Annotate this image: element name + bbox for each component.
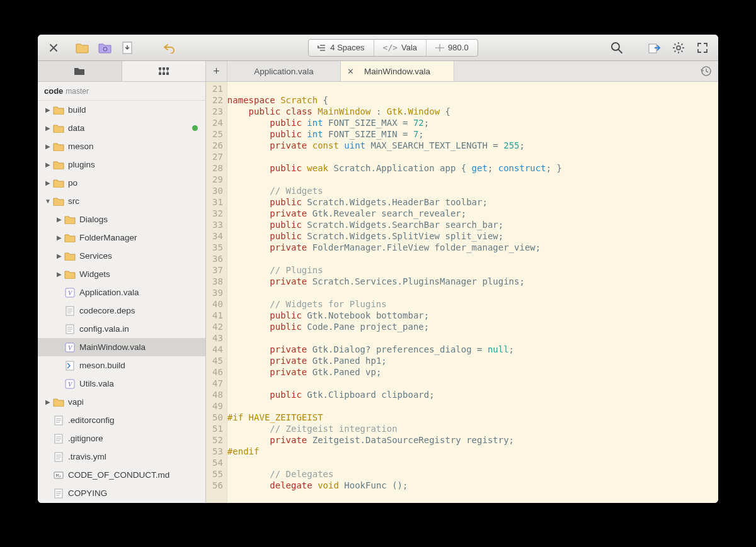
disclosure-triangle[interactable]: ▶ [43,161,53,168]
code-line: // Plugins [227,264,718,276]
file-row[interactable]: .gitignore [38,429,205,448]
folder-row[interactable]: ▶meson [38,137,205,155]
project-settings-button[interactable] [94,38,116,57]
project-header[interactable]: code master [38,82,205,101]
file-row[interactable]: config.vala.in [38,320,205,338]
svg-rect-9 [163,72,165,75]
tree-item-label: .gitignore [68,434,200,443]
search-button[interactable] [606,38,627,57]
file-row[interactable]: .travis.yml [38,448,205,466]
folder-row[interactable]: ▶Widgets [38,265,205,283]
line-number: 28 [212,162,223,174]
disclosure-triangle[interactable]: ▶ [54,252,64,259]
status-pills: 4 Spaces </> Vala 980.0 [308,39,478,57]
disclosure-triangle[interactable]: ▶ [54,216,64,223]
folder-row[interactable]: ▶Dialogs [38,210,205,228]
close-tab-icon[interactable]: ✕ [347,67,354,76]
folder-icon [53,142,64,152]
file-row[interactable]: COPYING [38,484,205,502]
tree-item-label: build [68,105,200,115]
disclosure-triangle[interactable]: ▶ [43,179,53,186]
code-line: public Gtk.Notebook bottombar; [227,310,718,321]
language-selector[interactable]: </> Vala [374,40,427,56]
undo-button[interactable] [159,38,180,57]
modified-indicator [192,125,198,131]
code-line: // Delegates [227,468,718,480]
file-row[interactable]: M↓CODE_OF_CONDUCT.md [38,466,205,484]
new-tab-button[interactable]: + [206,61,227,81]
line-gutter: 2122232425262728293031323334353637383940… [206,82,227,503]
open-folder-button[interactable] [72,38,93,57]
code-content[interactable]: namespace Scratch { public class MainWin… [227,82,718,503]
code-line: private Gtk.Paned hp1; [227,355,718,366]
folder-icon [53,160,64,170]
editor-window: 4 Spaces </> Vala 980.0 [38,35,718,503]
folder-row[interactable]: ▼src [38,192,205,210]
code-line: public Code.Pane project_pane; [227,321,718,332]
code-line: public Scratch.Widgets.SearchBar search_… [227,219,718,230]
width-indicator[interactable]: 980.0 [427,40,478,56]
share-button[interactable] [644,38,665,57]
vala-icon: V [64,288,76,298]
disclosure-triangle[interactable]: ▶ [43,125,53,132]
disclosure-triangle[interactable]: ▶ [54,234,64,241]
folder-row[interactable]: ▶build [38,101,205,119]
line-number: 39 [212,287,223,298]
folder-row[interactable]: ▶po [38,174,205,192]
disclosure-triangle[interactable]: ▶ [54,271,64,278]
folder-row[interactable]: ▶plugins [38,155,205,174]
line-number: 44 [212,344,223,355]
file-row[interactable]: VUtils.vala [38,375,205,393]
disclosure-triangle[interactable]: ▶ [43,106,53,113]
symbols-tab[interactable] [122,61,206,81]
file-row[interactable]: .editorconfig [38,411,205,429]
files-tab[interactable] [38,61,122,81]
tree-item-label: Application.vala [79,288,200,297]
line-number: 51 [212,423,223,434]
tree-item-label: meson.build [79,361,200,370]
close-button[interactable] [43,38,64,57]
indent-label: 4 Spaces [330,43,364,52]
sidebar-tabs [38,61,205,82]
disclosure-triangle[interactable]: ▼ [43,198,53,205]
code-line: #if HAVE_ZEITGEIST [227,412,718,423]
folder-row[interactable]: ▶vapi [38,393,205,411]
file-tab[interactable]: ✕MainWindow.vala [341,61,454,81]
line-number: 32 [212,208,223,219]
settings-button[interactable] [668,38,689,57]
md-icon: M↓ [53,470,64,480]
file-row[interactable]: VApplication.vala [38,283,205,302]
disclosure-triangle[interactable]: ▶ [43,143,53,150]
tree-item-label: COPYING [68,488,200,498]
svg-rect-10 [166,72,169,75]
code-line: private Gtk.Paned vp; [227,366,718,378]
line-number: 42 [212,321,223,332]
disclosure-triangle[interactable]: ▶ [43,398,53,405]
tab-label: MainWindow.vala [364,67,430,76]
file-tree[interactable]: ▶build▶data▶meson▶plugins▶po▼src▶Dialogs… [38,101,205,503]
width-label: 980.0 [448,43,469,52]
history-button[interactable] [693,61,718,81]
folder-icon [64,233,76,243]
code-line: delegate void HookFunc (); [227,480,718,491]
indent-selector[interactable]: 4 Spaces [309,40,374,56]
file-row[interactable]: meson.build [38,356,205,375]
line-number: 50 [212,412,223,423]
line-number: 53 [212,446,223,457]
save-button[interactable] [117,38,139,57]
folder-row[interactable]: ▶data [38,119,205,137]
file-tab[interactable]: Application.vala [227,61,341,81]
folder-row[interactable]: ▶FolderManager [38,228,205,247]
line-number: 52 [212,434,223,446]
file-row[interactable]: codecore.deps [38,302,205,320]
svg-rect-7 [166,67,169,70]
folder-row[interactable]: ▶Services [38,247,205,265]
vala-icon: V [64,379,76,389]
line-number: 49 [212,400,223,412]
code-area[interactable]: 2122232425262728293031323334353637383940… [206,82,718,503]
fullscreen-button[interactable] [692,38,713,57]
file-row[interactable]: VMainWindow.vala [38,338,205,356]
line-number: 46 [212,366,223,378]
header-toolbar: 4 Spaces </> Vala 980.0 [38,35,718,61]
code-line: // Zeitgeist integration [227,423,718,434]
